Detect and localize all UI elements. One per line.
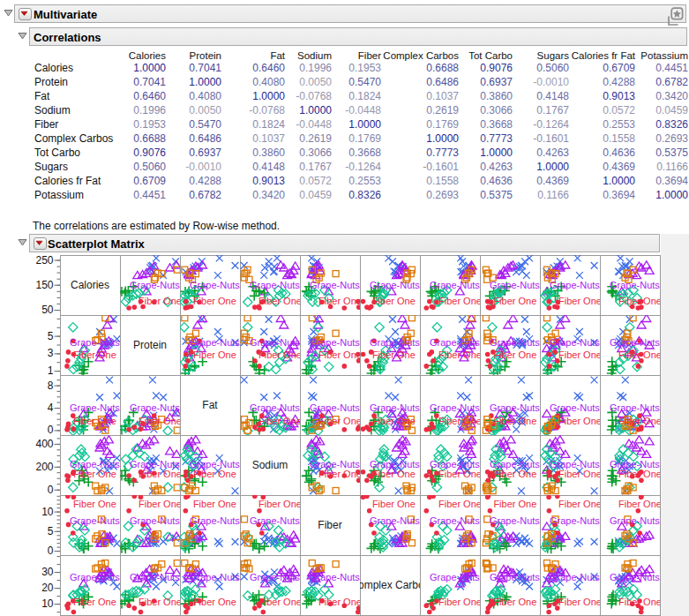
svg-text:Fiber One: Fiber One	[258, 349, 302, 360]
svg-text:Fiber One: Fiber One	[558, 469, 602, 479]
svg-text:50: 50	[41, 304, 54, 316]
svg-text:Grape-Nuts: Grape-Nuts	[190, 459, 240, 470]
svg-text:Fiber One: Fiber One	[139, 416, 182, 426]
svg-text:Fiber One: Fiber One	[558, 597, 602, 607]
svg-text:Fiber One: Fiber One	[193, 296, 236, 306]
svg-text:Grape-Nuts: Grape-Nuts	[130, 402, 180, 413]
svg-text:Grape-Nuts: Grape-Nuts	[130, 280, 180, 290]
svg-text:Grape-Nuts: Grape-Nuts	[310, 280, 360, 290]
svg-text:Fiber One: Fiber One	[318, 349, 362, 360]
svg-text:Complex Carbos: Complex Carbos	[350, 579, 429, 591]
svg-text:Fiber One: Fiber One	[438, 296, 482, 306]
svg-text:Fiber One: Fiber One	[193, 597, 236, 607]
svg-text:Fiber One: Fiber One	[258, 499, 302, 509]
svg-text:Fat: Fat	[202, 399, 218, 411]
svg-text:Grape-Nuts: Grape-Nuts	[190, 572, 240, 582]
svg-text:Fiber One: Fiber One	[372, 296, 416, 306]
svg-text:Grape-Nuts: Grape-Nuts	[370, 459, 420, 470]
svg-text:Fiber One: Fiber One	[618, 469, 662, 479]
svg-text:Fiber One: Fiber One	[438, 349, 482, 360]
svg-text:Fiber One: Fiber One	[438, 597, 482, 607]
svg-text:Grape-Nuts: Grape-Nuts	[370, 280, 420, 290]
svg-text:5: 5	[48, 330, 54, 342]
svg-text:Fiber One: Fiber One	[258, 296, 302, 306]
svg-text:Grape-Nuts: Grape-Nuts	[70, 459, 120, 470]
svg-text:Grape-Nuts: Grape-Nuts	[550, 459, 600, 470]
svg-text:Grape-Nuts: Grape-Nuts	[370, 402, 420, 413]
svg-text:Fiber One: Fiber One	[73, 597, 116, 607]
svg-text:Grape-Nuts: Grape-Nuts	[250, 337, 300, 348]
svg-text:Grape-Nuts: Grape-Nuts	[190, 515, 240, 526]
svg-text:Fiber: Fiber	[318, 519, 341, 531]
svg-text:Calories: Calories	[71, 279, 109, 291]
svg-text:Grape-Nuts: Grape-Nuts	[310, 337, 360, 348]
svg-text:10: 10	[41, 506, 54, 518]
svg-text:Grape-Nuts: Grape-Nuts	[190, 280, 240, 290]
svg-text:Fiber One: Fiber One	[318, 597, 362, 607]
svg-text:Grape-Nuts: Grape-Nuts	[370, 337, 420, 348]
svg-text:Grape-Nuts: Grape-Nuts	[550, 572, 600, 582]
svg-text:Grape-Nuts: Grape-Nuts	[490, 280, 540, 290]
svg-text:Grape-Nuts: Grape-Nuts	[130, 572, 180, 582]
svg-text:Fiber One: Fiber One	[139, 597, 182, 607]
svg-text:Grape-Nuts: Grape-Nuts	[610, 515, 660, 526]
svg-text:Grape-Nuts: Grape-Nuts	[310, 572, 360, 582]
svg-text:Fiber One: Fiber One	[193, 499, 236, 509]
svg-text:Fiber One: Fiber One	[193, 349, 236, 360]
svg-text:250: 250	[35, 254, 53, 267]
svg-text:Grape-Nuts: Grape-Nuts	[190, 337, 240, 348]
svg-text:Fiber One: Fiber One	[318, 296, 362, 306]
svg-text:Fiber One: Fiber One	[618, 416, 662, 426]
svg-text:Grape-Nuts: Grape-Nuts	[370, 515, 420, 526]
svg-text:Grape-Nuts: Grape-Nuts	[610, 459, 660, 470]
svg-text:0: 0	[48, 545, 54, 557]
svg-text:Fiber One: Fiber One	[618, 296, 662, 306]
svg-text:Fiber One: Fiber One	[73, 349, 116, 360]
svg-text:400: 400	[35, 438, 53, 450]
svg-text:0: 0	[48, 424, 54, 436]
svg-text:Fiber One: Fiber One	[193, 469, 236, 479]
svg-text:Protein: Protein	[133, 339, 167, 351]
svg-text:Fiber One: Fiber One	[73, 499, 116, 509]
svg-text:Grape-Nuts: Grape-Nuts	[250, 572, 300, 582]
svg-text:Grape-Nuts: Grape-Nuts	[610, 337, 660, 348]
svg-text:Grape-Nuts: Grape-Nuts	[490, 459, 540, 470]
svg-text:Grape-Nuts: Grape-Nuts	[130, 459, 180, 470]
svg-text:Grape-Nuts: Grape-Nuts	[610, 402, 660, 413]
svg-text:Grape-Nuts: Grape-Nuts	[430, 459, 480, 470]
svg-text:150: 150	[35, 279, 53, 291]
svg-text:Fiber One: Fiber One	[73, 469, 116, 479]
svg-text:Fiber One: Fiber One	[258, 416, 302, 426]
svg-text:Grape-Nuts: Grape-Nuts	[550, 402, 600, 413]
svg-text:8: 8	[48, 379, 54, 392]
svg-text:Fiber One: Fiber One	[618, 597, 662, 607]
svg-text:1: 1	[48, 364, 54, 377]
svg-text:4: 4	[48, 402, 54, 414]
svg-text:200: 200	[35, 461, 53, 473]
svg-text:Fiber One: Fiber One	[318, 416, 362, 426]
svg-text:10: 10	[41, 597, 54, 610]
svg-text:Fiber One: Fiber One	[258, 597, 302, 607]
svg-text:30: 30	[41, 566, 54, 578]
svg-text:Fiber One: Fiber One	[558, 416, 602, 426]
svg-text:Grape-Nuts: Grape-Nuts	[430, 337, 480, 348]
svg-text:Grape-Nuts: Grape-Nuts	[70, 402, 120, 413]
svg-text:Fiber One: Fiber One	[493, 349, 536, 360]
svg-text:Grape-Nuts: Grape-Nuts	[610, 280, 660, 290]
svg-text:5: 5	[48, 525, 54, 537]
svg-text:Grape-Nuts: Grape-Nuts	[430, 280, 480, 290]
svg-text:Grape-Nuts: Grape-Nuts	[490, 402, 540, 413]
svg-text:Grape-Nuts: Grape-Nuts	[250, 280, 300, 290]
svg-text:Grape-Nuts: Grape-Nuts	[490, 515, 540, 526]
svg-text:0: 0	[48, 484, 54, 496]
svg-text:Grape-Nuts: Grape-Nuts	[70, 515, 120, 526]
svg-text:Fiber One: Fiber One	[493, 597, 536, 607]
svg-text:Fiber One: Fiber One	[438, 416, 482, 426]
svg-text:Fiber One: Fiber One	[372, 349, 416, 360]
svg-text:Grape-Nuts: Grape-Nuts	[550, 337, 600, 348]
svg-text:Grape-Nuts: Grape-Nuts	[250, 515, 300, 526]
svg-text:Fiber One: Fiber One	[318, 469, 362, 479]
svg-text:Fiber One: Fiber One	[493, 416, 536, 426]
svg-text:3: 3	[48, 347, 54, 359]
svg-text:Grape-Nuts: Grape-Nuts	[430, 572, 480, 582]
